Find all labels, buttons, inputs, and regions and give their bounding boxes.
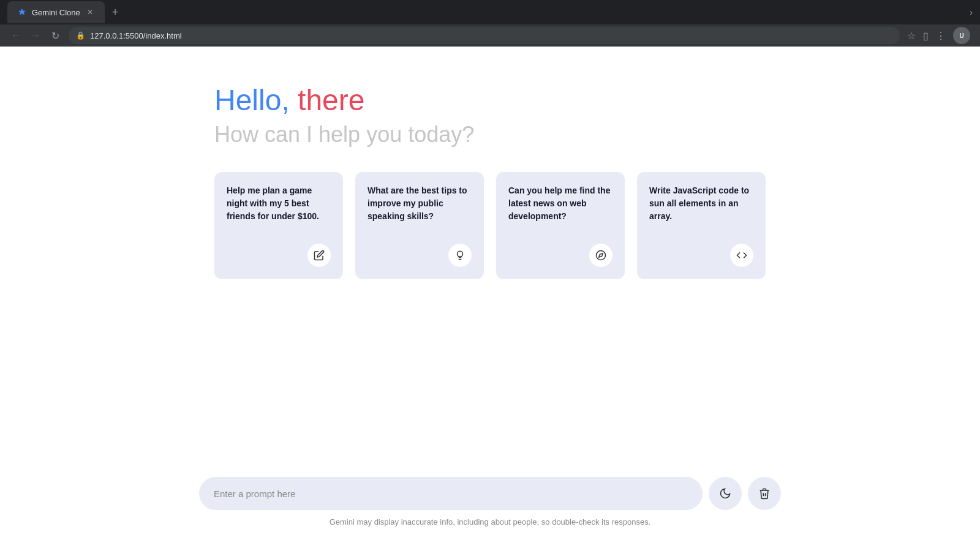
delete-button[interactable]: [748, 477, 781, 510]
bottom-section: Gemini may display inaccurate info, incl…: [199, 477, 781, 539]
hero-section: Hello, there How can I help you today?: [214, 83, 766, 148]
bookmark-icon[interactable]: ☆: [907, 30, 916, 42]
browser-addressbar: ← → ↻ 🔒 127.0.0.1:5500/index.html ☆ ▯ ⋮ …: [0, 24, 980, 47]
input-row: [199, 477, 781, 510]
svg-marker-2: [599, 253, 603, 257]
card-icon-wrapper-1: [227, 244, 331, 267]
svg-point-1: [597, 251, 606, 260]
new-tab-button[interactable]: +: [112, 6, 119, 19]
suggestion-card-2[interactable]: What are the best tips to improve my pub…: [355, 172, 484, 279]
code-icon: [730, 244, 753, 267]
card-text-2: What are the best tips to improve my pub…: [368, 184, 472, 223]
lock-icon: 🔒: [76, 31, 85, 40]
browser-more-button[interactable]: ›: [970, 7, 973, 17]
card-icon-wrapper-3: [508, 244, 612, 267]
lightbulb-icon: [448, 244, 472, 267]
card-text-1: Help me plan a game night with my 5 best…: [227, 184, 331, 223]
card-text-4: Write JavaScript code to sun all element…: [649, 184, 753, 223]
compass-icon: [589, 244, 612, 267]
gemini-tab-icon: [17, 7, 27, 17]
tab-title: Gemini Clone: [32, 8, 80, 17]
url-text: 127.0.0.1:5500/index.html: [90, 31, 182, 40]
edit-icon: [307, 244, 331, 267]
browser-titlebar: Gemini Clone ✕ + ›: [0, 0, 980, 24]
greeting-title: Hello, there: [214, 83, 766, 117]
nav-forward-button[interactable]: →: [29, 30, 42, 41]
suggestion-cards-grid: Help me plan a game night with my 5 best…: [214, 172, 766, 279]
dark-mode-button[interactable]: [709, 477, 742, 510]
user-avatar[interactable]: U: [953, 27, 970, 44]
suggestion-card-1[interactable]: Help me plan a game night with my 5 best…: [214, 172, 343, 279]
extensions-icon[interactable]: ▯: [923, 30, 929, 42]
card-text-3: Can you help me find the latest news on …: [508, 184, 612, 223]
greeting-hello: Hello,: [214, 84, 290, 116]
browser-tab[interactable]: Gemini Clone ✕: [7, 1, 105, 23]
nav-back-button[interactable]: ←: [10, 30, 22, 41]
disclaimer-text: Gemini may display inaccurate info, incl…: [199, 517, 781, 527]
greeting-subtitle: How can I help you today?: [214, 122, 766, 148]
greeting-there: there: [290, 84, 365, 116]
menu-icon[interactable]: ⋮: [936, 30, 946, 42]
suggestion-card-4[interactable]: Write JavaScript code to sun all element…: [637, 172, 766, 279]
main-content: Hello, there How can I help you today? H…: [0, 47, 980, 551]
suggestion-card-3[interactable]: Can you help me find the latest news on …: [496, 172, 625, 279]
address-bar[interactable]: 🔒 127.0.0.1:5500/index.html: [69, 27, 900, 44]
prompt-input[interactable]: [199, 477, 703, 510]
card-icon-wrapper-4: [649, 244, 753, 267]
addressbar-actions: ☆ ▯ ⋮ U: [907, 27, 970, 44]
tab-close-button[interactable]: ✕: [85, 7, 95, 17]
card-icon-wrapper-2: [368, 244, 472, 267]
nav-refresh-button[interactable]: ↻: [49, 30, 61, 42]
